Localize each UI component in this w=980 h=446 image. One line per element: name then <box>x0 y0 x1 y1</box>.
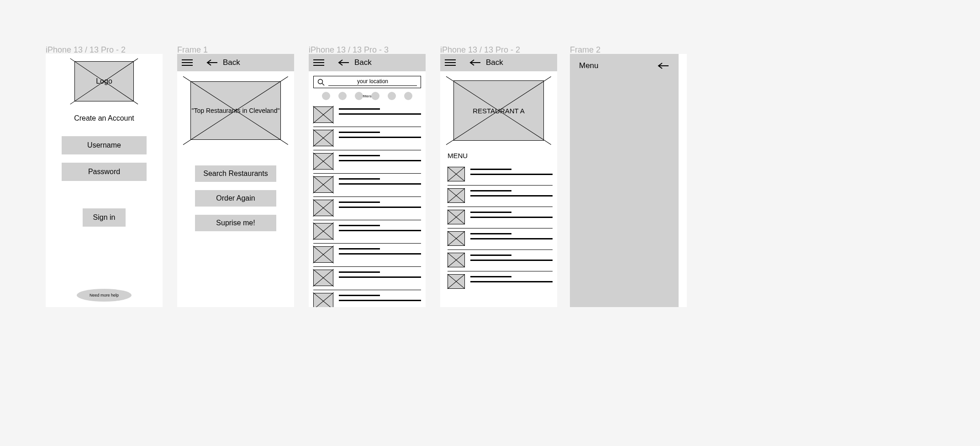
hamburger-icon[interactable] <box>182 59 193 66</box>
need-help-button[interactable]: Need more help <box>77 289 132 302</box>
list-item[interactable] <box>313 104 421 127</box>
restaurant-name: RESTAURANT A <box>473 107 525 115</box>
frame-label-5: Frame 2 <box>570 45 601 55</box>
frame-search: Back your location filters <box>309 54 426 307</box>
filter-dot[interactable] <box>338 92 347 100</box>
hamburger-icon[interactable] <box>313 59 324 66</box>
list-item[interactable] <box>313 197 421 220</box>
back-button[interactable]: Back <box>223 58 240 67</box>
hamburger-icon[interactable] <box>445 59 456 66</box>
frame-menu-panel: Menu <box>570 54 687 307</box>
thumbnail-placeholder <box>313 246 333 263</box>
menu-title: Menu <box>579 61 599 70</box>
frame-label-4: iPhone 13 / 13 Pro - 2 <box>440 45 520 55</box>
back-button[interactable]: Back <box>486 58 503 67</box>
password-input[interactable]: Password <box>62 163 147 181</box>
menu-item[interactable] <box>448 250 553 271</box>
back-arrow-icon[interactable] <box>469 59 481 66</box>
filter-dot[interactable] <box>404 92 412 100</box>
menu-item[interactable] <box>448 164 553 186</box>
svg-point-2 <box>318 79 323 84</box>
list-item[interactable] <box>313 267 421 290</box>
thumbnail-placeholder <box>313 130 333 146</box>
username-input[interactable]: Username <box>62 136 147 154</box>
menu-heading: MENU <box>440 141 557 159</box>
frame-login: Logo Create an Account Username Password… <box>46 54 163 307</box>
svg-line-3 <box>322 83 325 85</box>
back-arrow-icon[interactable] <box>206 59 218 66</box>
search-placeholder: your location <box>357 78 388 85</box>
thumbnail-placeholder <box>313 176 333 193</box>
thumbnail-placeholder <box>313 153 333 170</box>
list-item[interactable] <box>313 127 421 150</box>
header-bar: Back <box>309 54 426 71</box>
hero-text: "Top Restaurants in Cleveland" <box>192 107 280 114</box>
location-search-input[interactable]: your location <box>313 76 421 88</box>
filter-dot[interactable] <box>322 92 330 100</box>
frame-label-1: iPhone 13 / 13 Pro - 2 <box>46 45 126 55</box>
thumbnail-placeholder <box>313 270 333 286</box>
list-item[interactable] <box>313 150 421 174</box>
create-account-title: Create an Account <box>74 114 134 122</box>
menu-item[interactable] <box>448 271 553 292</box>
menu-item[interactable] <box>448 228 553 250</box>
filter-row: filters <box>313 92 421 100</box>
thumbnail-placeholder <box>448 274 465 289</box>
filter-dot[interactable] <box>371 92 379 100</box>
list-item[interactable] <box>313 174 421 197</box>
thumbnail-placeholder <box>313 293 333 307</box>
list-item[interactable] <box>313 244 421 267</box>
restaurant-image-placeholder: RESTAURANT A <box>453 80 544 141</box>
frame-label-3: iPhone 13 / 13 Pro - 3 <box>309 45 389 55</box>
header-bar: Back <box>440 54 557 71</box>
search-icon <box>317 79 325 86</box>
menu-item[interactable] <box>448 186 553 207</box>
thumbnail-placeholder <box>313 223 333 239</box>
filters-label: filters <box>363 94 371 98</box>
frame-restaurant: Back RESTAURANT A MENU <box>440 54 557 307</box>
header-bar: Back <box>177 54 294 71</box>
menu-item[interactable] <box>448 207 553 228</box>
thumbnail-placeholder <box>448 253 465 267</box>
list-item[interactable] <box>313 290 421 307</box>
back-arrow-icon[interactable] <box>338 59 350 66</box>
list-item[interactable] <box>313 220 421 244</box>
thumbnail-placeholder <box>313 106 333 123</box>
search-restaurants-button[interactable]: Search Restaurants <box>195 165 276 182</box>
surprise-me-button[interactable]: Suprise me! <box>195 215 276 231</box>
frame-label-2: Frame 1 <box>177 45 208 55</box>
thumbnail-placeholder <box>448 231 465 246</box>
frame-home: Back "Top Restaurants in Cleveland" Sear… <box>177 54 294 307</box>
hero-image-placeholder: "Top Restaurants in Cleveland" <box>190 81 281 140</box>
filter-dot[interactable] <box>355 92 363 100</box>
thumbnail-placeholder <box>448 167 465 181</box>
back-button[interactable]: Back <box>354 58 372 67</box>
thumbnail-placeholder <box>313 200 333 216</box>
signin-button[interactable]: Sign in <box>83 208 126 227</box>
filter-dot[interactable] <box>388 92 396 100</box>
thumbnail-placeholder <box>448 188 465 203</box>
thumbnail-placeholder <box>448 210 465 224</box>
logo-placeholder: Logo <box>74 61 134 101</box>
order-again-button[interactable]: Order Again <box>195 190 276 207</box>
logo-text: Logo <box>96 77 112 85</box>
back-arrow-icon[interactable] <box>658 62 669 69</box>
